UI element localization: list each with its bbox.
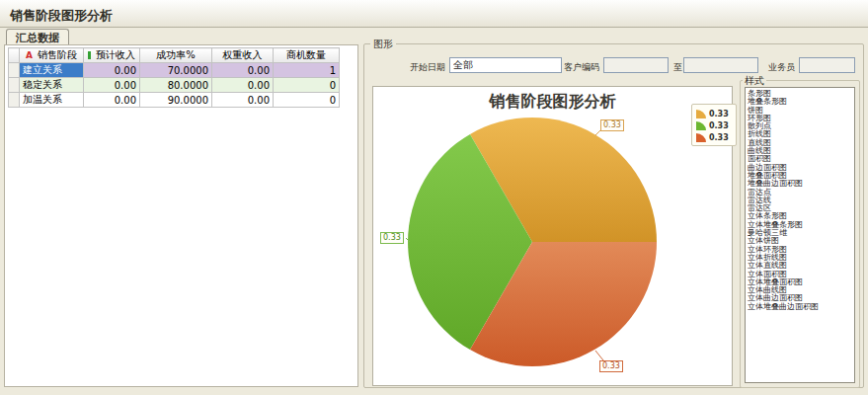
cell-success-rate[interactable]: 70.0000: [140, 63, 212, 78]
legend-item: 0.33: [696, 108, 734, 119]
pie-label-slice2: 0.33: [380, 232, 404, 244]
style-group-label: 样式: [743, 74, 766, 88]
table-row[interactable]: 加温关系 0.00 90.0000 0.00 0: [9, 93, 340, 108]
cell-weighted[interactable]: 0.00: [212, 63, 274, 78]
column-header-weighted-income[interactable]: 权重收入: [212, 48, 274, 63]
graph-group-label: 图形: [370, 38, 396, 51]
cell-count[interactable]: 0: [274, 78, 340, 93]
salesperson-label: 业务员: [768, 61, 795, 74]
customer-code-from-input[interactable]: [603, 57, 669, 73]
window-titlebar: 销售阶段图形分析: [0, 0, 868, 28]
legend-swatch-red-icon: [696, 133, 706, 142]
cell-expected[interactable]: 0.00: [84, 78, 140, 93]
customer-code-label: 客户编码: [564, 61, 599, 74]
cell-stage[interactable]: 加温关系: [20, 93, 84, 108]
row-selector-header: [9, 48, 20, 63]
legend-item: 0.33: [696, 119, 734, 131]
column-header-success-rate[interactable]: 成功率%: [140, 48, 212, 63]
cell-expected[interactable]: 0.00: [84, 63, 140, 78]
style-list-item[interactable]: 立体堆叠曲边面积图: [748, 303, 854, 311]
pie-label-slice3: 0.33: [599, 360, 623, 372]
cell-weighted[interactable]: 0.00: [212, 93, 274, 108]
cell-count[interactable]: 1: [274, 63, 340, 78]
row-selector[interactable]: [9, 78, 20, 93]
cell-expected[interactable]: 0.00: [84, 93, 140, 108]
chart-legend: 0.33 0.33 0.33: [691, 104, 737, 146]
style-group-box: 样式 条形图 堆叠条形图 饼图 环形图 散列点 折线图 直线图 曲线图 面积图 …: [740, 80, 860, 388]
column-header-expected-income[interactable]: 预计收入: [84, 48, 140, 63]
tab-label: 汇总数据: [16, 32, 59, 44]
table-header-row: A销售阶段 预计收入 成功率% 权重收入 商机数量: [9, 48, 340, 63]
to-label: 至: [673, 61, 682, 74]
table-row[interactable]: 稳定关系 0.00 80.0000 0.00 0: [9, 78, 340, 93]
tab-summary-data[interactable]: 汇总数据: [6, 29, 69, 44]
page-title: 销售阶段图形分析: [10, 7, 113, 25]
cell-weighted[interactable]: 0.00: [212, 78, 274, 93]
table-row[interactable]: 建立关系 0.00 70.0000 0.00 1: [9, 63, 340, 78]
style-list-item[interactable]: 堆叠条形图: [748, 98, 854, 106]
pie-svg: [373, 87, 732, 385]
salesperson-input[interactable]: [799, 57, 855, 73]
cell-stage[interactable]: 稳定关系: [20, 78, 84, 93]
start-date-label: 开始日期: [410, 61, 445, 74]
start-date-input[interactable]: [449, 57, 562, 73]
filter-bar-icon: [88, 51, 91, 59]
column-header-opportunity-count[interactable]: 商机数量: [274, 48, 340, 63]
chart-style-list[interactable]: 条形图 堆叠条形图 饼图 环形图 散列点 折线图 直线图 曲线图 面积图 曲边面…: [745, 87, 855, 383]
row-selector[interactable]: [9, 63, 20, 78]
cell-count[interactable]: 0: [274, 93, 340, 108]
legend-swatch-orange-icon: [696, 110, 706, 118]
cell-success-rate[interactable]: 90.0000: [140, 93, 212, 108]
sales-stage-table: A销售阶段 预计收入 成功率% 权重收入 商机数量 建立关系 0.00 70.0…: [8, 47, 340, 108]
cell-stage[interactable]: 建立关系: [20, 63, 84, 78]
legend-item: 0.33: [696, 131, 734, 143]
cell-success-rate[interactable]: 80.0000: [140, 78, 212, 93]
row-selector[interactable]: [9, 93, 20, 108]
pie-label-slice1: 0.33: [600, 119, 624, 131]
legend-swatch-green-icon: [696, 121, 706, 130]
sort-ascending-icon: A: [26, 50, 33, 60]
chart-area: 销售阶段图形分析 0.33 0.33 0.33: [372, 86, 733, 386]
summary-table-panel: A销售阶段 预计收入 成功率% 权重收入 商机数量 建立关系 0.00 70.0…: [4, 44, 358, 387]
customer-code-to-input[interactable]: [683, 57, 758, 73]
column-header-stage[interactable]: A销售阶段: [20, 48, 84, 63]
graph-group-box: 图形 开始日期 客户编码 至 业务员 销售阶段图形分析: [363, 43, 864, 388]
